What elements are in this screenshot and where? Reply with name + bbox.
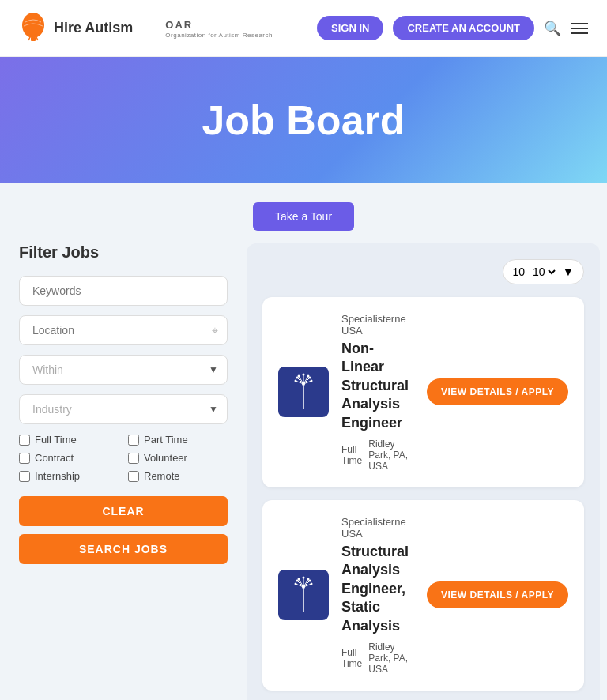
checkbox-parttime-input[interactable] [128,435,139,446]
checkbox-remote-input[interactable] [128,471,139,482]
menu-bar-3 [571,32,588,34]
checkbox-parttime-label: Part Time [144,434,188,446]
within-wrapper: Within 5 miles 10 miles 25 miles 50 mile… [19,355,228,385]
checkbox-remote-label: Remote [144,470,180,482]
keywords-input[interactable] [19,276,228,306]
svg-point-36 [295,583,297,585]
per-page-wrapper: 10 10 25 50 ▼ [503,259,584,284]
checkbox-volunteer[interactable]: Volunteer [128,452,228,464]
svg-line-3 [36,37,38,40]
main-content: Filter Jobs ⌖ Within 5 miles 10 miles 25… [0,243,607,700]
search-icon-button[interactable]: 🔍 [544,20,561,37]
dandelion-icon [285,573,322,617]
hero-section: Job Board [0,57,607,183]
job-meta: Full Time Ridley Park, PA, USA [341,438,414,472]
header-right: SIGN IN CREATE AN ACCOUNT 🔍 [317,16,588,40]
listings-header: 10 10 25 50 ▼ [262,259,584,284]
logo-text: Hire Autism [54,20,133,36]
checkbox-contract-label: Contract [35,452,74,464]
logo-area: Hire Autism [19,11,133,46]
location-icon: ⌖ [212,324,218,337]
company-name: Specialisterne USA [341,516,414,540]
job-title: Structural Analysis Engineer, Static Ana… [341,543,414,635]
menu-button[interactable] [571,23,588,34]
create-account-button[interactable]: CREATE AN ACCOUNT [393,16,534,40]
header-divider [149,14,149,43]
svg-point-18 [303,374,305,376]
search-jobs-button[interactable]: SEARCH JOBS [19,534,228,564]
per-page-chevron-icon: ▼ [563,265,574,278]
job-title: Non-Linear Structural Analysis Engineer [341,340,414,432]
location-input[interactable] [19,315,228,345]
apply-button[interactable]: VIEW DETAILS / APPLY [427,581,568,608]
job-card: Specialisterne USA Non-Linear Structural… [262,297,584,487]
job-type: Full Time [341,444,362,466]
company-logo [278,570,329,620]
job-listings: 10 10 25 50 ▼ [247,243,600,700]
job-type-checkboxes: Full Time Part Time Contract Volunteer I… [19,434,228,482]
search-icon: 🔍 [544,21,561,36]
svg-point-34 [307,578,310,581]
clear-button[interactable]: CLEAR [19,496,228,526]
job-info: Specialisterne USA Non-Linear Structural… [341,313,414,472]
checkbox-volunteer-input[interactable] [128,453,139,464]
oar-logo-text: OAR [165,19,193,31]
svg-point-16 [298,375,300,378]
header: Hire Autism OAR Organization for Autism … [0,0,607,57]
checkbox-contract[interactable]: Contract [19,452,119,464]
job-location: Ridley Park, PA, USA [368,642,414,675]
checkbox-volunteer-label: Volunteer [144,452,187,464]
job-info: Specialisterne USA Structural Analysis E… [341,516,414,675]
oar-logo-area: OAR Organization for Autism Research [165,17,273,39]
tour-area: Take a Tour [0,183,607,243]
checkbox-fulltime[interactable]: Full Time [19,434,119,446]
industry-wrapper: Industry Technology Engineering Healthca… [19,394,228,424]
svg-point-33 [298,578,300,581]
sidebar: Filter Jobs ⌖ Within 5 miles 10 miles 25… [19,243,228,700]
checkbox-remote[interactable]: Remote [128,470,228,482]
industry-select[interactable]: Industry Technology Engineering Healthca… [19,394,228,424]
per-page-select[interactable]: 10 25 50 [530,265,558,279]
checkbox-contract-input[interactable] [19,453,30,464]
header-left: Hire Autism OAR Organization for Autism … [19,11,273,46]
oar-subtitle: Organization for Autism Research [165,32,273,39]
svg-point-19 [295,380,297,382]
company-name: Specialisterne USA [341,313,414,337]
svg-point-17 [307,375,310,378]
svg-point-35 [303,577,305,579]
checkbox-fulltime-label: Full Time [35,434,77,446]
job-card: Specialisterne USA Structural Analysis E… [262,500,584,691]
signin-button[interactable]: SIGN IN [317,16,383,40]
take-tour-button[interactable]: Take a Tour [253,202,354,231]
checkbox-internship[interactable]: Internship [19,470,119,482]
filter-title: Filter Jobs [19,243,228,262]
logo-icon [19,11,47,46]
menu-bar-2 [571,28,588,29]
svg-point-20 [311,380,313,382]
checkbox-internship-input[interactable] [19,471,30,482]
svg-rect-1 [31,37,36,41]
within-select[interactable]: Within 5 miles 10 miles 25 miles 50 mile… [19,355,228,385]
dandelion-icon [285,370,322,414]
checkbox-parttime[interactable]: Part Time [128,434,228,446]
checkbox-fulltime-input[interactable] [19,435,30,446]
menu-bar-1 [571,23,588,24]
location-wrapper: ⌖ [19,315,228,345]
per-page-value: 10 [513,265,526,278]
svg-point-37 [311,583,313,585]
company-logo [278,367,329,417]
svg-line-2 [28,37,30,40]
checkbox-internship-label: Internship [35,470,80,482]
apply-button[interactable]: VIEW DETAILS / APPLY [427,378,568,405]
job-location: Ridley Park, PA, USA [368,438,414,472]
page-title: Job Board [202,96,405,144]
job-type: Full Time [341,647,362,669]
job-meta: Full Time Ridley Park, PA, USA [341,642,414,675]
